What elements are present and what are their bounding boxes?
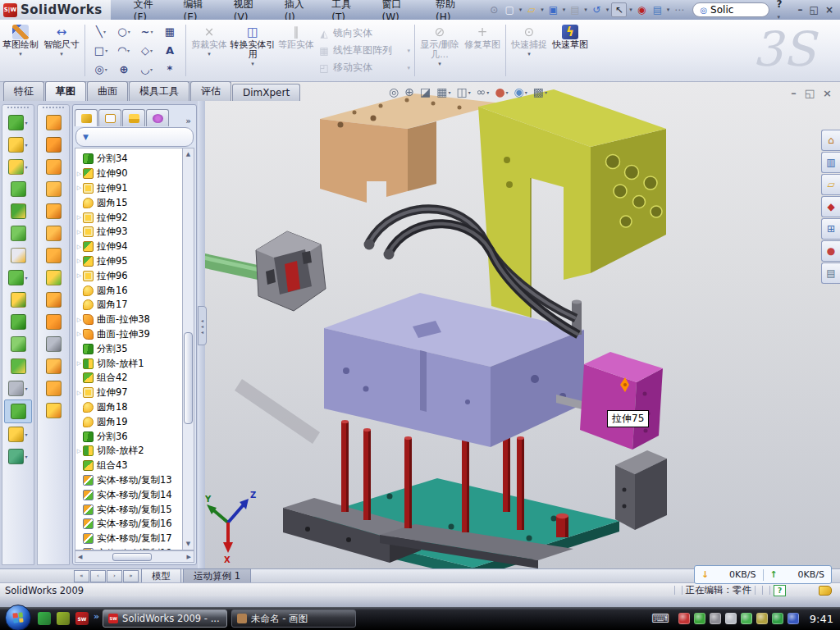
core-pin-button[interactable] (38, 355, 69, 377)
tree-item[interactable]: ▷拉伸92 (75, 210, 182, 225)
dropdown-caret[interactable]: ▾ (25, 164, 27, 170)
scale-button[interactable] (38, 112, 69, 134)
pattern-button[interactable]: ▾ (2, 267, 34, 289)
zoom-fit-button[interactable]: ◎ (387, 84, 400, 99)
tree-item[interactable]: 实体-移动/复制13 (75, 473, 182, 488)
dropdown-caret[interactable]: ▾ (545, 89, 547, 95)
ruled-surface-button[interactable] (38, 377, 69, 399)
hide-show-items-button[interactable]: ∞▾ (475, 84, 491, 99)
expander-icon[interactable]: ▷ (75, 229, 83, 235)
panel-splitter[interactable]: ◂◂◂ (198, 101, 205, 568)
tree-item[interactable]: ▷拉伸95 (75, 254, 182, 269)
rebuild-traffic-light-icon[interactable]: ◉ (635, 3, 649, 16)
dropdown-caret[interactable]: ▾ (25, 142, 27, 148)
edit-appearance-button[interactable]: ●▾ (493, 84, 509, 99)
new-document-icon[interactable]: ▢ (503, 3, 517, 16)
expander-icon[interactable]: ▷ (75, 331, 83, 337)
offset-entities-button[interactable]: ∥ 等距实体 (276, 21, 317, 80)
text-icon[interactable]: A (158, 41, 181, 60)
quicklaunch-overflow-icon[interactable]: » (94, 611, 99, 622)
tree-vertical-scrollbar[interactable]: ▲ ▼ (182, 148, 194, 550)
tree-item[interactable]: 圆角16 (75, 283, 182, 298)
tab-评估[interactable]: 评估 (190, 81, 231, 101)
part-locating-ring[interactable] (205, 231, 326, 311)
taskbar-window-solidworks[interactable]: SW SolidWorks 2009 - ... (103, 609, 227, 628)
revolved-boss-button[interactable]: ▾ (2, 156, 34, 178)
print-icon[interactable]: ▤ (568, 3, 582, 16)
move-entities-button[interactable]: ◰ 移动实体 ▾ (318, 59, 410, 76)
update-tray-icon[interactable] (710, 613, 721, 624)
features-button[interactable]: ▾ (2, 112, 34, 134)
curve-button[interactable] (4, 399, 32, 423)
splitter-handle[interactable]: ◂◂◂ (198, 306, 207, 345)
tree-item[interactable]: ▷拉伸90 (75, 167, 182, 181)
tree-item[interactable]: ▷拉伸94 (75, 240, 182, 254)
display-style-button[interactable]: ◫▾ (454, 84, 472, 99)
dropdown-caret[interactable]: ▾ (584, 7, 587, 13)
keyboard-layout-icon[interactable]: ⌨ (651, 611, 669, 626)
expander-icon[interactable]: ▷ (75, 360, 83, 367)
undercut-analysis-button[interactable] (38, 267, 69, 289)
tree-item[interactable]: 组合42 (75, 371, 182, 386)
tree-item[interactable]: 实体-移动/复制15 (75, 502, 182, 517)
tree-item[interactable]: ▷拉伸97 (75, 386, 182, 400)
expander-icon[interactable]: ▷ (75, 272, 83, 279)
panel-overflow-chevron-icon[interactable]: » (182, 116, 194, 126)
expander-icon[interactable]: ▷ (75, 185, 83, 191)
linear-sketch-pattern-button[interactable]: ▦ 线性草图阵列 ▾ (318, 42, 410, 59)
tab-DimXpert[interactable]: DimXpert (232, 84, 300, 101)
scroll-right-icon[interactable]: ▶ (185, 554, 194, 560)
parting-lines-button[interactable] (38, 134, 69, 156)
quick-snaps-button[interactable]: ⊙ 快速捕捉 ▾ (509, 21, 550, 80)
defender-tray-icon[interactable] (772, 613, 783, 624)
circle-icon[interactable]: ○▾ (112, 22, 135, 41)
parting-surfaces-button[interactable] (38, 178, 69, 200)
repair-sketch-button[interactable]: + 修复草图 (462, 21, 503, 80)
section-view-button[interactable]: ◪ (418, 84, 432, 99)
zoom-to-area-button[interactable]: ⊕ (403, 84, 416, 99)
part-insert-block-selected[interactable] (580, 352, 663, 450)
security-shield-tray-icon[interactable] (694, 613, 705, 624)
dropdown-caret[interactable]: ▾ (19, 51, 22, 57)
volume-tray-icon[interactable] (725, 613, 737, 624)
rapid-sketch-button[interactable]: ϟ 快速草图 (550, 21, 591, 80)
launch-messenger-icon[interactable] (38, 612, 51, 625)
cavity-button[interactable] (38, 333, 69, 355)
spline-tools-button[interactable]: ▾ (2, 445, 34, 468)
appearances-button[interactable]: ● (821, 240, 840, 262)
expander-icon[interactable]: ▷ (75, 171, 83, 177)
tree-item[interactable]: 实体-移动/复制18 (75, 546, 182, 550)
tooling-split-button[interactable] (38, 200, 69, 222)
tab-曲面[interactable]: 曲面 (87, 81, 128, 101)
antivirus-tray-icon[interactable] (678, 613, 690, 624)
pin-icon[interactable]: ⊙ (487, 3, 501, 16)
display-delete-relations-button[interactable]: ⊘ 显示/删除几... ▾ (418, 21, 462, 80)
dropdown-caret[interactable]: ▾ (60, 51, 63, 57)
tab-草图[interactable]: 草图 (45, 81, 86, 101)
tree-item[interactable]: ▷拉伸96 (75, 268, 182, 283)
restore-button[interactable]: ◱ (810, 4, 819, 16)
rib-button[interactable] (2, 289, 34, 311)
options-icon[interactable]: ▤ (651, 3, 664, 16)
prev-tab-button[interactable]: ‹ (90, 570, 106, 582)
undo-icon[interactable]: ↺ (590, 3, 604, 16)
toolbox-button[interactable]: ◆ (821, 196, 840, 217)
dropdown-caret[interactable]: ▾ (667, 7, 670, 13)
search-box[interactable]: ◎ Solic (692, 2, 769, 17)
doc-minimize-button[interactable]: – (791, 87, 797, 99)
tree-item[interactable]: 实体-移动/复制16 (75, 517, 182, 532)
move-face-button[interactable] (38, 311, 69, 333)
search-input-value[interactable]: Solic (710, 4, 733, 16)
launch-solidworks-icon[interactable]: SW (75, 612, 89, 625)
featuremanager-tree-tab[interactable] (75, 109, 98, 126)
tree-item[interactable]: 圆角15 (75, 195, 182, 210)
extruded-boss-button[interactable]: ▾ (2, 134, 34, 156)
tree-item[interactable]: 分割34 (75, 152, 182, 167)
scroll-thumb[interactable] (184, 332, 193, 424)
expander-icon[interactable]: ▷ (75, 390, 83, 396)
arc-icon[interactable]: ◠▾ (112, 41, 135, 60)
draft-button[interactable] (2, 311, 34, 333)
tree-item[interactable]: 分割36 (75, 429, 182, 444)
dropdown-caret[interactable]: ▾ (519, 7, 523, 13)
tab-特征[interactable]: 特征 (3, 81, 44, 101)
